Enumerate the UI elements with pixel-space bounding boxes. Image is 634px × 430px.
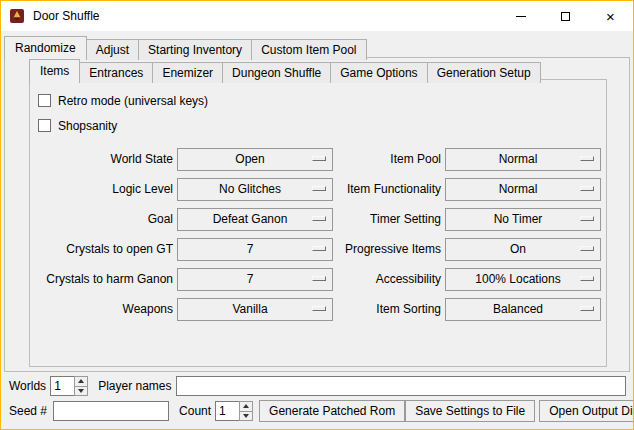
weapons-label: Weapons (34, 302, 173, 316)
count-label: Count (179, 404, 211, 418)
arrow-up-icon (243, 404, 249, 408)
timer-setting-dropdown[interactable]: No Timer (445, 208, 601, 231)
world-state-label: World State (34, 152, 173, 166)
open-output-directory-button[interactable]: Open Output Directory (539, 400, 634, 422)
player-names-label: Player names (98, 379, 171, 393)
dropdown-indicator-icon (580, 306, 594, 311)
dropdown-indicator-icon (312, 306, 326, 311)
tab-game-options[interactable]: Game Options (330, 62, 427, 83)
dropdown-indicator-icon (580, 156, 594, 161)
tab-randomize[interactable]: Randomize (4, 36, 87, 60)
shopsanity-checkbox[interactable] (38, 119, 51, 132)
tab-items[interactable]: Items (29, 59, 80, 83)
dropdown-indicator-icon (312, 246, 326, 251)
window-controls: × (498, 1, 633, 31)
goal-label: Goal (34, 212, 173, 226)
crystals-gt-value: 7 (247, 242, 264, 256)
item-sorting-value: Balanced (493, 302, 553, 316)
weapons-dropdown[interactable]: Vanilla (177, 298, 333, 321)
save-settings-button[interactable]: Save Settings to File (405, 400, 535, 422)
retro-mode-label: Retro mode (universal keys) (58, 94, 208, 108)
progressive-items-label: Progressive Items (337, 242, 441, 256)
count-input[interactable] (215, 401, 239, 421)
maximize-button[interactable] (543, 1, 588, 31)
shopsanity-row: Shopsanity (38, 113, 606, 138)
logic-level-value: No Glitches (219, 182, 291, 196)
item-functionality-value: Normal (499, 182, 548, 196)
world-state-dropdown[interactable]: Open (177, 148, 333, 171)
tab-custom-item-pool[interactable]: Custom Item Pool (251, 39, 366, 60)
crystals-ganon-dropdown[interactable]: 7 (177, 268, 333, 291)
maximize-icon (561, 12, 570, 21)
player-names-input[interactable] (176, 376, 627, 396)
progressive-items-value: On (510, 242, 536, 256)
titlebar: Door Shuffle × (1, 1, 633, 31)
worlds-row: Worlds Player names (9, 375, 626, 397)
tab-enemizer[interactable]: Enemizer (152, 62, 223, 83)
logic-level-label: Logic Level (34, 182, 173, 196)
arrow-down-icon (243, 414, 249, 418)
timer-setting-label: Timer Setting (337, 212, 441, 226)
timer-setting-value: No Timer (494, 212, 553, 226)
seed-row: Seed # Count Generate Patched Rom Save S… (9, 400, 626, 422)
count-spin-down-button[interactable] (240, 411, 252, 421)
crystals-ganon-label: Crystals to harm Ganon (34, 272, 173, 286)
minimize-button[interactable] (498, 1, 543, 31)
dropdown-indicator-icon (580, 246, 594, 251)
logic-level-dropdown[interactable]: No Glitches (177, 178, 333, 201)
accessibility-dropdown[interactable]: 100% Locations (445, 268, 601, 291)
worlds-spin-buttons (74, 376, 88, 396)
count-spin-up-button[interactable] (240, 402, 252, 411)
count-spinbox (215, 401, 253, 421)
settings-grid: World State Open Item Pool Normal Logic … (34, 144, 606, 324)
generate-patched-rom-button[interactable]: Generate Patched Rom (259, 400, 405, 422)
item-functionality-label: Item Functionality (337, 182, 441, 196)
item-sorting-label: Item Sorting (337, 302, 441, 316)
tab-adjust[interactable]: Adjust (86, 39, 139, 60)
goal-value: Defeat Ganon (213, 212, 298, 226)
crystals-ganon-value: 7 (247, 272, 264, 286)
item-pool-value: Normal (499, 152, 548, 166)
tab-entrances[interactable]: Entrances (79, 62, 153, 83)
item-pool-label: Item Pool (337, 152, 441, 166)
arrow-down-icon (78, 389, 84, 393)
retro-mode-row: Retro mode (universal keys) (38, 88, 606, 113)
tab-generation-setup[interactable]: Generation Setup (427, 62, 541, 83)
inner-tab-bar: Items Entrances Enemizer Dungeon Shuffle… (29, 59, 629, 83)
seed-input[interactable] (53, 401, 169, 421)
arrow-up-icon (78, 379, 84, 383)
worlds-input[interactable] (50, 376, 74, 396)
close-button[interactable]: × (588, 1, 633, 31)
tab-starting-inventory[interactable]: Starting Inventory (138, 39, 252, 60)
app-window: Door Shuffle × Randomize Adjust Starting… (0, 0, 634, 430)
window-title: Door Shuffle (33, 9, 100, 23)
worlds-spin-up-button[interactable] (75, 377, 87, 386)
randomize-pane: Items Entrances Enemizer Dungeon Shuffle… (4, 57, 630, 372)
crystals-gt-label: Crystals to open GT (34, 242, 173, 256)
dropdown-indicator-icon (580, 216, 594, 221)
dropdown-indicator-icon (580, 186, 594, 191)
minimize-icon (516, 16, 526, 17)
outer-tab-bar: Randomize Adjust Starting Inventory Cust… (4, 36, 633, 60)
item-sorting-dropdown[interactable]: Balanced (445, 298, 601, 321)
item-functionality-dropdown[interactable]: Normal (445, 178, 601, 201)
tab-dungeon-shuffle[interactable]: Dungeon Shuffle (222, 62, 331, 83)
accessibility-value: 100% Locations (475, 272, 570, 286)
checkbox-group: Retro mode (universal keys) Shopsanity (30, 80, 606, 138)
close-icon: × (606, 9, 615, 24)
dropdown-indicator-icon (312, 216, 326, 221)
app-icon (9, 8, 25, 24)
worlds-spin-down-button[interactable] (75, 386, 87, 396)
items-pane: Retro mode (universal keys) Shopsanity W… (29, 79, 607, 367)
worlds-label: Worlds (9, 379, 46, 393)
item-pool-dropdown[interactable]: Normal (445, 148, 601, 171)
retro-mode-checkbox[interactable] (38, 94, 51, 107)
accessibility-label: Accessibility (337, 272, 441, 286)
goal-dropdown[interactable]: Defeat Ganon (177, 208, 333, 231)
progressive-items-dropdown[interactable]: On (445, 238, 601, 261)
seed-label: Seed # (9, 404, 47, 418)
dropdown-indicator-icon (580, 276, 594, 281)
shopsanity-label: Shopsanity (58, 119, 117, 133)
main-area: Randomize Adjust Starting Inventory Cust… (1, 31, 633, 429)
crystals-gt-dropdown[interactable]: 7 (177, 238, 333, 261)
